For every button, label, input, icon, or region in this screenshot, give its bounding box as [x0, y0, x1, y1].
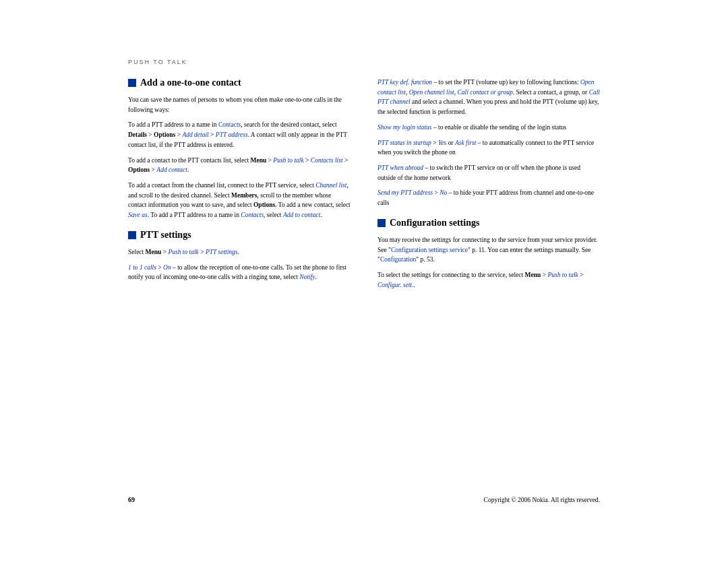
link-send-ptt-address[interactable]: Send my PTT address: [377, 189, 433, 196]
right-column: PTT key def. function – to set the PTT (…: [377, 77, 600, 300]
link-contacts-1[interactable]: Contacts: [218, 121, 241, 128]
add-contact-para3: To add a contact to the PTT contacts lis…: [128, 156, 351, 175]
link-show-login-status[interactable]: Show my login status: [377, 124, 432, 131]
link-yes[interactable]: Yes: [438, 139, 446, 146]
link-configuration[interactable]: Configuration: [380, 256, 416, 263]
link-on[interactable]: On: [163, 264, 171, 271]
link-add-detail[interactable]: Add detail: [182, 131, 208, 138]
page-footer: 69 Copyright © 2006 Nokia. All rights re…: [128, 496, 600, 503]
add-contact-para2: To add a PTT address to a name in Contac…: [128, 120, 351, 150]
link-no[interactable]: No: [439, 189, 447, 196]
ptt-key-para1: PTT key def. function – to set the PTT (…: [377, 77, 600, 117]
section-title-config: Configuration settings: [377, 218, 600, 228]
page-number: 69: [128, 496, 135, 503]
section-title-ptt-settings: PTT settings: [128, 230, 351, 241]
link-ptt-key-def[interactable]: PTT key def. function: [377, 79, 432, 86]
page: Push to talk Add a one-to-one contact Yo…: [101, 45, 627, 517]
section-config-settings: Configuration settings You may receive t…: [377, 218, 600, 290]
link-ptt-address[interactable]: PTT address: [216, 131, 248, 138]
link-1to1-calls[interactable]: 1 to 1 calls: [128, 264, 156, 271]
link-push-to-talk-3[interactable]: Push to talk: [547, 272, 578, 278]
link-channel-list[interactable]: Channel list: [315, 182, 346, 189]
link-push-to-talk-2[interactable]: Push to talk: [168, 249, 198, 255]
link-contacts-list[interactable]: Contacts list: [311, 157, 343, 164]
add-contact-para4: To add a contact from the channel list, …: [128, 181, 351, 220]
section-ptt-settings: PTT settings Select Menu > Push to talk …: [128, 230, 351, 282]
link-save-as[interactable]: Save as: [128, 212, 148, 218]
link-notify[interactable]: Notify: [299, 274, 315, 280]
link-push-to-talk-1[interactable]: Push to talk: [273, 157, 303, 164]
link-ptt-settings[interactable]: PTT settings: [206, 249, 238, 255]
ptt-when-abroad-para: PTT when abroad – to switch the PTT serv…: [377, 163, 600, 183]
link-add-contact[interactable]: Add contact: [156, 166, 187, 173]
link-ask-first[interactable]: Ask first: [455, 139, 476, 146]
link-ptt-status-startup[interactable]: PTT status in startup: [377, 139, 431, 146]
section-title-add-contact: Add a one-to-one contact: [128, 77, 351, 88]
page-header: Push to talk: [128, 59, 600, 65]
link-open-channel-list[interactable]: Open channel list: [409, 89, 454, 96]
link-add-to-contact[interactable]: Add to contact: [283, 212, 320, 218]
send-ptt-address-para: Send my PTT address > No – to hide your …: [377, 188, 600, 208]
section-icon-add-contact: [128, 79, 136, 87]
ptt-settings-para2: 1 to 1 calls > On – to allow the recepti…: [128, 263, 351, 282]
two-column-layout: Add a one-to-one contact You can save th…: [128, 77, 600, 300]
copyright-text: Copyright © 2006 Nokia. All rights reser…: [484, 497, 600, 503]
link-config-settings-service[interactable]: Configuration settings service: [391, 247, 468, 253]
section-icon-ptt-settings: [128, 231, 136, 239]
add-contact-para1: You can save the names of persons to who…: [128, 95, 351, 115]
show-login-status-para: Show my login status – to enable or disa…: [377, 123, 600, 133]
link-configur-sett[interactable]: Configur. sett.: [377, 282, 414, 288]
link-ptt-when-abroad[interactable]: PTT when abroad: [377, 164, 423, 171]
config-para2: To select the settings for connecting to…: [377, 270, 600, 290]
section-icon-config: [377, 219, 386, 227]
ptt-status-startup-para: PTT status in startup > Yes or Ask first…: [377, 138, 600, 158]
config-para1: You may receive the settings for connect…: [377, 235, 600, 265]
section-add-contact: Add a one-to-one contact You can save th…: [128, 77, 351, 220]
section-ptt-key: PTT key def. function – to set the PTT (…: [377, 77, 600, 208]
link-contacts-2[interactable]: Contacts: [241, 212, 264, 218]
left-column: Add a one-to-one contact You can save th…: [128, 77, 351, 300]
link-call-contact-or-group[interactable]: Call contact or group: [457, 89, 512, 96]
ptt-settings-para1: Select Menu > Push to talk > PTT setting…: [128, 247, 351, 257]
